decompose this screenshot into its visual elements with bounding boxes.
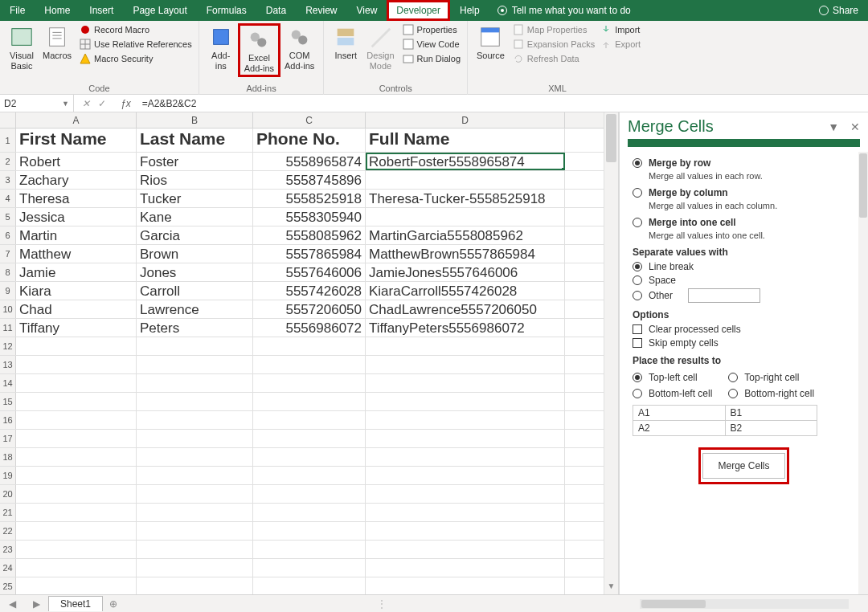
view-code-button[interactable]: View Code	[401, 38, 462, 51]
cell[interactable]	[137, 504, 253, 521]
sep-space-radio[interactable]: Space	[633, 275, 855, 286]
row-number[interactable]: 23	[0, 541, 16, 558]
cell[interactable]	[16, 430, 137, 447]
cell[interactable]	[137, 337, 253, 355]
menu-tab-developer[interactable]: Developer	[387, 0, 450, 21]
formula-input[interactable]: =A2&B2&C2	[137, 98, 868, 109]
cell[interactable]	[366, 577, 565, 594]
cell[interactable]	[137, 430, 253, 447]
cell[interactable]: Rios	[137, 171, 253, 189]
row-number[interactable]: 21	[0, 504, 16, 521]
menu-tab-file[interactable]: File	[0, 0, 35, 21]
cell[interactable]	[16, 485, 137, 503]
cell[interactable]	[137, 541, 253, 558]
cell[interactable]: JamieJones5557646006	[366, 263, 565, 281]
cell[interactable]: 5558525918	[253, 190, 366, 207]
share-button[interactable]: Share	[809, 1, 868, 20]
menu-tab-help[interactable]: Help	[450, 0, 489, 21]
cell[interactable]	[16, 356, 137, 373]
vertical-scrollbar[interactable]: ▲ ▼	[604, 112, 618, 594]
menu-tab-data[interactable]: Data	[256, 0, 296, 21]
cell[interactable]	[253, 485, 366, 503]
menu-tab-review[interactable]: Review	[296, 0, 346, 21]
properties-button[interactable]: Properties	[401, 23, 462, 36]
import-button[interactable]: Import	[599, 23, 642, 36]
column-header[interactable]: C	[253, 112, 366, 128]
merge-one-radio[interactable]: Merge into one cell	[633, 217, 855, 228]
cell[interactable]	[16, 448, 137, 466]
cell[interactable]: Phone No.	[253, 129, 366, 152]
cell[interactable]	[253, 393, 366, 410]
task-pane-menu-icon[interactable]: ▼	[828, 120, 839, 133]
tell-me[interactable]: Tell me what you want to do	[489, 1, 639, 20]
use-relative-refs-button[interactable]: Use Relative References	[78, 38, 194, 51]
place-bl-radio[interactable]: Bottom-left cell	[633, 388, 712, 399]
fx-icon[interactable]: ƒx	[114, 98, 137, 109]
row-number[interactable]: 22	[0, 522, 16, 540]
sep-other-radio[interactable]: Other	[633, 288, 855, 303]
row-number[interactable]: 16	[0, 411, 16, 429]
column-header[interactable]: A	[16, 112, 137, 128]
cell[interactable]: First Name	[16, 129, 137, 152]
cell[interactable]: MatthewBrown5557865984	[366, 245, 565, 263]
cell[interactable]	[137, 467, 253, 484]
menu-tab-view[interactable]: View	[347, 0, 387, 21]
cell[interactable]: 5557426028	[253, 282, 366, 300]
macros-button[interactable]: Macros	[39, 23, 76, 63]
cell[interactable]	[253, 430, 366, 447]
row-number[interactable]: 4	[0, 190, 16, 207]
row-number[interactable]: 9	[0, 282, 16, 300]
row-number[interactable]: 17	[0, 430, 16, 447]
row-number[interactable]: 13	[0, 356, 16, 373]
row-number[interactable]: 14	[0, 374, 16, 392]
cell[interactable]: ChadLawrence5557206050	[366, 300, 565, 318]
cell[interactable]	[137, 411, 253, 429]
cell[interactable]: Theresa-Tucker-5558525918	[366, 190, 565, 207]
cell[interactable]: Peters	[137, 319, 253, 337]
row-number[interactable]: 6	[0, 226, 16, 244]
row-number[interactable]: 18	[0, 448, 16, 466]
skip-empty-checkbox[interactable]: Skip empty cells	[633, 337, 855, 349]
source-button[interactable]: Source	[473, 23, 509, 63]
cell[interactable]	[366, 374, 565, 392]
cell[interactable]	[16, 541, 137, 558]
row-number[interactable]: 8	[0, 263, 16, 281]
task-pane-scrollbar[interactable]	[858, 152, 868, 594]
cell[interactable]: 5556986072	[253, 319, 366, 337]
cell[interactable]	[253, 559, 366, 577]
cell[interactable]: RobertFoster5558965874	[366, 153, 565, 170]
refresh-data-button[interactable]: Refresh Data	[511, 52, 596, 65]
select-all-corner[interactable]	[0, 112, 16, 128]
cell[interactable]: Chad	[16, 300, 137, 318]
cell[interactable]: Kane	[137, 208, 253, 226]
cell[interactable]: Tucker	[137, 190, 253, 207]
com-addins-button[interactable]: COM Add-ins	[280, 23, 318, 72]
sheet-nav-prev-icon[interactable]: ◀	[9, 598, 16, 610]
result-cell[interactable]: B2	[725, 421, 817, 436]
row-number[interactable]: 24	[0, 559, 16, 577]
cell[interactable]	[253, 448, 366, 466]
cell[interactable]: Theresa	[16, 190, 137, 207]
result-cell[interactable]: A2	[633, 421, 726, 436]
row-number[interactable]: 25	[0, 577, 16, 594]
cell[interactable]	[16, 393, 137, 410]
row-number[interactable]: 7	[0, 245, 16, 263]
result-cell[interactable]: A1	[633, 406, 726, 421]
row-number[interactable]: 1	[0, 129, 16, 152]
cell[interactable]: Matthew	[16, 245, 137, 263]
cell[interactable]	[137, 448, 253, 466]
cell[interactable]	[253, 522, 366, 540]
cell[interactable]	[137, 374, 253, 392]
cell[interactable]	[16, 504, 137, 521]
cell[interactable]	[253, 337, 366, 355]
sheet-tab[interactable]: Sheet1	[48, 596, 103, 611]
cell[interactable]: Brown	[137, 245, 253, 263]
cell[interactable]: 5558085962	[253, 226, 366, 244]
cell[interactable]	[16, 411, 137, 429]
cell[interactable]: Lawrence	[137, 300, 253, 318]
menu-tab-home[interactable]: Home	[35, 0, 80, 21]
scroll-thumb[interactable]	[606, 114, 616, 162]
cell[interactable]	[137, 577, 253, 594]
cell[interactable]	[137, 393, 253, 410]
task-pane-close-icon[interactable]: ✕	[850, 120, 860, 133]
